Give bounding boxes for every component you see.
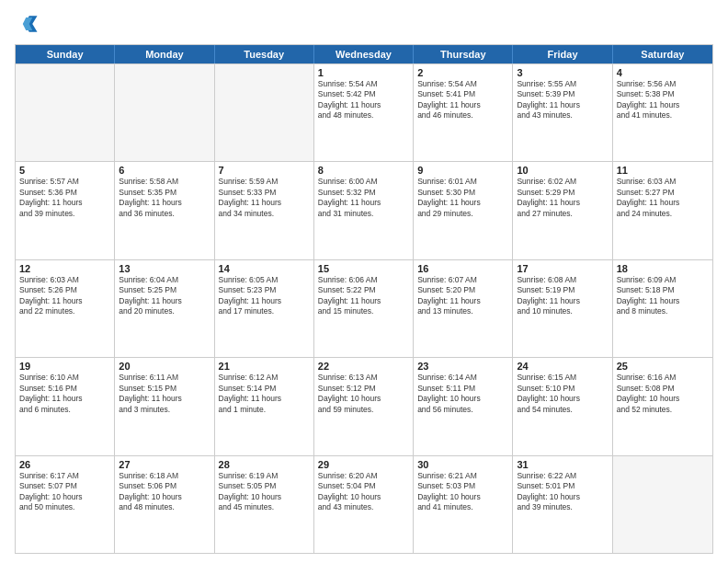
day-number: 30 xyxy=(417,459,508,470)
day-info: Sunrise: 6:09 AM Sunset: 5:18 PM Dayligh… xyxy=(617,275,709,317)
day-number: 12 xyxy=(19,263,110,274)
cal-cell: 1Sunrise: 5:54 AM Sunset: 5:42 PM Daylig… xyxy=(314,64,414,161)
day-info: Sunrise: 6:04 AM Sunset: 5:25 PM Dayligh… xyxy=(119,275,210,317)
calendar-header: SundayMondayTuesdayWednesdayThursdayFrid… xyxy=(16,45,712,63)
day-info: Sunrise: 6:02 AM Sunset: 5:29 PM Dayligh… xyxy=(517,177,608,219)
cal-cell: 24Sunrise: 6:15 AM Sunset: 5:10 PM Dayli… xyxy=(513,358,612,454)
cal-cell: 22Sunrise: 6:13 AM Sunset: 5:12 PM Dayli… xyxy=(314,358,414,454)
cal-cell: 14Sunrise: 6:05 AM Sunset: 5:23 PM Dayli… xyxy=(215,260,314,357)
day-info: Sunrise: 6:12 AM Sunset: 5:14 PM Dayligh… xyxy=(219,373,310,415)
day-info: Sunrise: 6:03 AM Sunset: 5:27 PM Dayligh… xyxy=(617,177,709,219)
page: SundayMondayTuesdayWednesdayThursdayFrid… xyxy=(0,0,728,563)
day-number: 23 xyxy=(417,361,508,372)
header-day-wednesday: Wednesday xyxy=(314,45,414,63)
day-number: 17 xyxy=(517,263,608,274)
day-info: Sunrise: 5:54 AM Sunset: 5:42 PM Dayligh… xyxy=(318,79,409,121)
day-number: 20 xyxy=(119,361,210,372)
cal-row-4: 26Sunrise: 6:17 AM Sunset: 5:07 PM Dayli… xyxy=(16,455,712,553)
cal-cell: 17Sunrise: 6:08 AM Sunset: 5:19 PM Dayli… xyxy=(513,260,612,357)
day-number: 29 xyxy=(318,459,409,470)
cal-row-2: 12Sunrise: 6:03 AM Sunset: 5:26 PM Dayli… xyxy=(16,259,712,357)
cal-cell: 3Sunrise: 5:55 AM Sunset: 5:39 PM Daylig… xyxy=(513,64,612,161)
day-number: 16 xyxy=(417,263,508,274)
day-number: 13 xyxy=(119,263,210,274)
cal-cell: 23Sunrise: 6:14 AM Sunset: 5:11 PM Dayli… xyxy=(414,358,513,454)
day-number: 7 xyxy=(219,165,310,176)
logo-icon xyxy=(15,11,40,37)
calendar: SundayMondayTuesdayWednesdayThursdayFrid… xyxy=(15,44,713,554)
day-number: 6 xyxy=(119,165,210,176)
day-number: 15 xyxy=(318,263,409,274)
day-number: 11 xyxy=(617,165,709,176)
day-info: Sunrise: 5:54 AM Sunset: 5:41 PM Dayligh… xyxy=(417,79,508,121)
cal-cell: 16Sunrise: 6:07 AM Sunset: 5:20 PM Dayli… xyxy=(414,260,513,357)
calendar-body: 1Sunrise: 5:54 AM Sunset: 5:42 PM Daylig… xyxy=(16,63,712,553)
day-info: Sunrise: 6:03 AM Sunset: 5:26 PM Dayligh… xyxy=(19,275,110,317)
day-number: 22 xyxy=(318,361,409,372)
header-day-monday: Monday xyxy=(115,45,214,63)
day-info: Sunrise: 5:57 AM Sunset: 5:36 PM Dayligh… xyxy=(19,177,110,219)
day-info: Sunrise: 6:17 AM Sunset: 5:07 PM Dayligh… xyxy=(19,471,110,513)
day-info: Sunrise: 6:19 AM Sunset: 5:05 PM Dayligh… xyxy=(219,471,310,513)
day-number: 5 xyxy=(19,165,110,176)
day-info: Sunrise: 6:18 AM Sunset: 5:06 PM Dayligh… xyxy=(119,471,210,513)
header-day-thursday: Thursday xyxy=(414,45,513,63)
cal-cell: 11Sunrise: 6:03 AM Sunset: 5:27 PM Dayli… xyxy=(613,162,712,259)
day-number: 14 xyxy=(219,263,310,274)
day-info: Sunrise: 6:01 AM Sunset: 5:30 PM Dayligh… xyxy=(417,177,508,219)
day-info: Sunrise: 5:56 AM Sunset: 5:38 PM Dayligh… xyxy=(617,79,709,121)
day-info: Sunrise: 6:06 AM Sunset: 5:22 PM Dayligh… xyxy=(318,275,409,317)
day-number: 3 xyxy=(517,67,608,78)
cal-cell: 13Sunrise: 6:04 AM Sunset: 5:25 PM Dayli… xyxy=(115,260,214,357)
header-day-tuesday: Tuesday xyxy=(215,45,314,63)
day-info: Sunrise: 6:22 AM Sunset: 5:01 PM Dayligh… xyxy=(517,471,608,513)
day-info: Sunrise: 6:08 AM Sunset: 5:19 PM Dayligh… xyxy=(517,275,608,317)
day-info: Sunrise: 6:15 AM Sunset: 5:10 PM Dayligh… xyxy=(517,373,608,415)
day-info: Sunrise: 6:16 AM Sunset: 5:08 PM Dayligh… xyxy=(617,373,709,415)
day-number: 8 xyxy=(318,165,409,176)
day-info: Sunrise: 6:00 AM Sunset: 5:32 PM Dayligh… xyxy=(318,177,409,219)
cal-cell: 7Sunrise: 5:59 AM Sunset: 5:33 PM Daylig… xyxy=(215,162,314,259)
day-number: 31 xyxy=(517,459,608,470)
header-day-saturday: Saturday xyxy=(613,45,712,63)
day-number: 9 xyxy=(417,165,508,176)
cal-cell: 27Sunrise: 6:18 AM Sunset: 5:06 PM Dayli… xyxy=(115,456,214,553)
cal-cell: 20Sunrise: 6:11 AM Sunset: 5:15 PM Dayli… xyxy=(115,358,214,454)
cal-cell xyxy=(16,64,115,161)
cal-cell: 30Sunrise: 6:21 AM Sunset: 5:03 PM Dayli… xyxy=(414,456,513,553)
cal-cell xyxy=(613,456,712,553)
cal-cell: 10Sunrise: 6:02 AM Sunset: 5:29 PM Dayli… xyxy=(513,162,612,259)
day-number: 10 xyxy=(517,165,608,176)
cal-cell: 26Sunrise: 6:17 AM Sunset: 5:07 PM Dayli… xyxy=(16,456,115,553)
cal-cell: 31Sunrise: 6:22 AM Sunset: 5:01 PM Dayli… xyxy=(513,456,612,553)
cal-cell: 8Sunrise: 6:00 AM Sunset: 5:32 PM Daylig… xyxy=(314,162,414,259)
day-info: Sunrise: 6:14 AM Sunset: 5:11 PM Dayligh… xyxy=(417,373,508,415)
cal-cell xyxy=(215,64,314,161)
day-number: 21 xyxy=(219,361,310,372)
day-number: 25 xyxy=(617,361,709,372)
cal-cell: 6Sunrise: 5:58 AM Sunset: 5:35 PM Daylig… xyxy=(115,162,214,259)
cal-cell: 29Sunrise: 6:20 AM Sunset: 5:04 PM Dayli… xyxy=(314,456,414,553)
day-info: Sunrise: 6:07 AM Sunset: 5:20 PM Dayligh… xyxy=(417,275,508,317)
day-number: 1 xyxy=(318,67,409,78)
cal-cell xyxy=(115,64,214,161)
day-info: Sunrise: 5:59 AM Sunset: 5:33 PM Dayligh… xyxy=(219,177,310,219)
cal-row-0: 1Sunrise: 5:54 AM Sunset: 5:42 PM Daylig… xyxy=(16,63,712,161)
day-number: 28 xyxy=(219,459,310,470)
logo xyxy=(15,11,44,37)
day-number: 18 xyxy=(617,263,709,274)
cal-cell: 9Sunrise: 6:01 AM Sunset: 5:30 PM Daylig… xyxy=(414,162,513,259)
day-info: Sunrise: 6:21 AM Sunset: 5:03 PM Dayligh… xyxy=(417,471,508,513)
day-number: 24 xyxy=(517,361,608,372)
cal-cell: 5Sunrise: 5:57 AM Sunset: 5:36 PM Daylig… xyxy=(16,162,115,259)
day-info: Sunrise: 6:11 AM Sunset: 5:15 PM Dayligh… xyxy=(119,373,210,415)
cal-cell: 25Sunrise: 6:16 AM Sunset: 5:08 PM Dayli… xyxy=(613,358,712,454)
day-number: 4 xyxy=(617,67,709,78)
header-day-friday: Friday xyxy=(513,45,612,63)
cal-row-3: 19Sunrise: 6:10 AM Sunset: 5:16 PM Dayli… xyxy=(16,357,712,454)
header-day-sunday: Sunday xyxy=(16,45,115,63)
day-info: Sunrise: 6:13 AM Sunset: 5:12 PM Dayligh… xyxy=(318,373,409,415)
day-info: Sunrise: 6:10 AM Sunset: 5:16 PM Dayligh… xyxy=(19,373,110,415)
cal-row-1: 5Sunrise: 5:57 AM Sunset: 5:36 PM Daylig… xyxy=(16,161,712,259)
cal-cell: 12Sunrise: 6:03 AM Sunset: 5:26 PM Dayli… xyxy=(16,260,115,357)
